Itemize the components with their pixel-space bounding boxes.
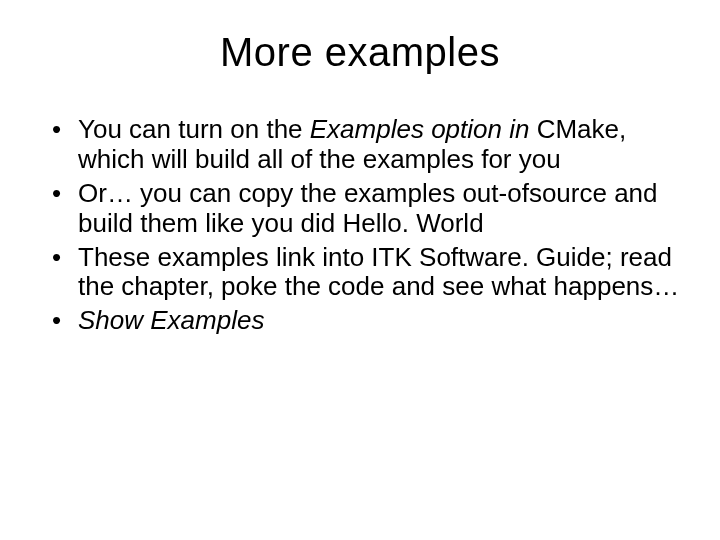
list-item: These examples link into ITK Software. G… <box>50 243 680 303</box>
text-run: These examples link into ITK Software. G… <box>78 242 679 302</box>
list-item: Or… you can copy the examples out-ofsour… <box>50 179 680 239</box>
list-item: You can turn on the Examples option in C… <box>50 115 680 175</box>
slide: More examples You can turn on the Exampl… <box>0 0 720 540</box>
text-run: You can turn on the <box>78 114 310 144</box>
slide-title: More examples <box>40 30 680 75</box>
list-item: Show Examples <box>50 306 680 336</box>
text-run-italic: Examples option in <box>310 114 537 144</box>
bullet-list: You can turn on the Examples option in C… <box>50 115 680 336</box>
text-run-italic: Show Examples <box>78 305 264 335</box>
text-run: Or… you can copy the examples out-ofsour… <box>78 178 658 238</box>
